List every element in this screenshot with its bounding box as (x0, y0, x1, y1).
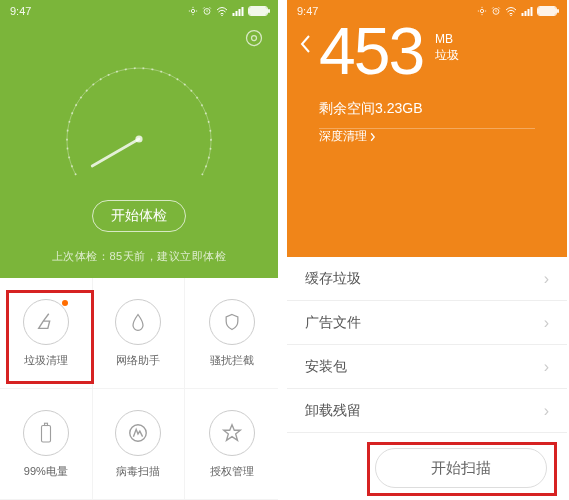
svg-rect-6 (242, 7, 244, 16)
tile-virus[interactable]: 病毒扫描 (93, 389, 186, 500)
status-icons (477, 6, 557, 16)
row-label: 缓存垃圾 (305, 270, 361, 288)
gear-icon (244, 28, 264, 48)
scan-icon (115, 410, 161, 456)
wifi-icon (505, 6, 517, 16)
tile-label: 垃圾清理 (24, 353, 68, 368)
feature-grid: 垃圾清理 网络助手 骚扰拦截 99%电量 病毒扫描 (0, 278, 278, 500)
security-center-screen: 9:47 开始体检 上次体检：85天前，建议立即体检 (0, 0, 278, 500)
chevron-right-icon (369, 132, 377, 142)
svg-point-7 (247, 31, 262, 46)
health-gauge (49, 40, 229, 220)
tile-label: 病毒扫描 (116, 464, 160, 479)
status-icons (188, 6, 268, 16)
star-icon (209, 410, 255, 456)
alarm-icon (491, 6, 501, 16)
tile-permissions[interactable]: 授权管理 (185, 389, 278, 500)
tile-label: 网络助手 (116, 353, 160, 368)
chevron-right-icon: › (544, 402, 549, 420)
gps-icon (188, 6, 198, 16)
last-check-text: 上次体检：85天前，建议立即体检 (0, 249, 278, 264)
status-time: 9:47 (297, 5, 318, 17)
tile-trash-clean[interactable]: 垃圾清理 (0, 278, 93, 389)
svg-rect-12 (44, 423, 47, 425)
chevron-right-icon: › (544, 270, 549, 288)
shield-icon (209, 299, 255, 345)
svg-rect-3 (233, 13, 235, 16)
svg-point-14 (480, 9, 483, 12)
notification-dot (62, 300, 68, 306)
chevron-right-icon: › (544, 314, 549, 332)
svg-rect-4 (236, 11, 238, 16)
tile-label: 99%电量 (24, 464, 68, 479)
status-bar: 9:47 (0, 0, 278, 22)
row-ads[interactable]: 广告文件 › (287, 301, 567, 345)
free-space-line: 剩余空间3.23GB (319, 100, 535, 129)
svg-line-10 (92, 139, 139, 166)
svg-point-2 (221, 15, 223, 16)
row-cache[interactable]: 缓存垃圾 › (287, 257, 567, 301)
svg-rect-17 (522, 13, 524, 16)
wifi-icon (216, 6, 228, 16)
broom-icon (23, 299, 69, 345)
junk-size-value: 453 (319, 18, 423, 84)
row-apk[interactable]: 安装包 › (287, 345, 567, 389)
alarm-icon (202, 6, 212, 16)
tile-label: 骚扰拦截 (210, 353, 254, 368)
tile-network[interactable]: 网络助手 (93, 278, 186, 389)
svg-point-8 (252, 36, 257, 41)
chevron-right-icon: › (544, 358, 549, 376)
deep-clean-link[interactable]: 深度清理 (319, 128, 377, 145)
cleaner-top-panel: 9:47 453 MB 垃圾 剩余空间3.23GB 深度清理 (287, 0, 567, 257)
settings-button[interactable] (244, 28, 264, 52)
svg-rect-20 (531, 7, 533, 16)
battery-tile-icon (23, 410, 69, 456)
svg-rect-19 (528, 9, 530, 16)
tile-block[interactable]: 骚扰拦截 (185, 278, 278, 389)
svg-rect-5 (239, 9, 241, 16)
signal-icon (232, 6, 244, 16)
row-label: 广告文件 (305, 314, 361, 332)
svg-point-0 (191, 9, 194, 12)
battery-icon (537, 6, 557, 16)
junk-size-unit: MB 垃圾 (435, 32, 459, 63)
row-label: 安装包 (305, 358, 347, 376)
row-residual[interactable]: 卸载残留 › (287, 389, 567, 433)
start-checkup-button[interactable]: 开始体检 (92, 200, 186, 232)
svg-rect-11 (41, 425, 50, 442)
scan-category-list: 缓存垃圾 › 广告文件 › 安装包 › 卸载残留 › (287, 257, 567, 433)
droplet-icon (115, 299, 161, 345)
battery-icon (248, 6, 268, 16)
status-time: 9:47 (10, 5, 31, 17)
start-scan-button[interactable]: 开始扫描 (375, 448, 547, 488)
cleaner-screen: 9:47 453 MB 垃圾 剩余空间3.23GB 深度清理 缓存垃 (287, 0, 567, 500)
svg-point-16 (510, 15, 512, 16)
security-top-panel: 9:47 开始体检 上次体检：85天前，建议立即体检 (0, 0, 278, 278)
row-label: 卸载残留 (305, 402, 361, 420)
svg-rect-18 (525, 11, 527, 16)
chevron-left-icon (299, 34, 313, 54)
gps-icon (477, 6, 487, 16)
signal-icon (521, 6, 533, 16)
back-button[interactable] (299, 34, 313, 58)
tile-label: 授权管理 (210, 464, 254, 479)
tile-battery[interactable]: 99%电量 (0, 389, 93, 500)
